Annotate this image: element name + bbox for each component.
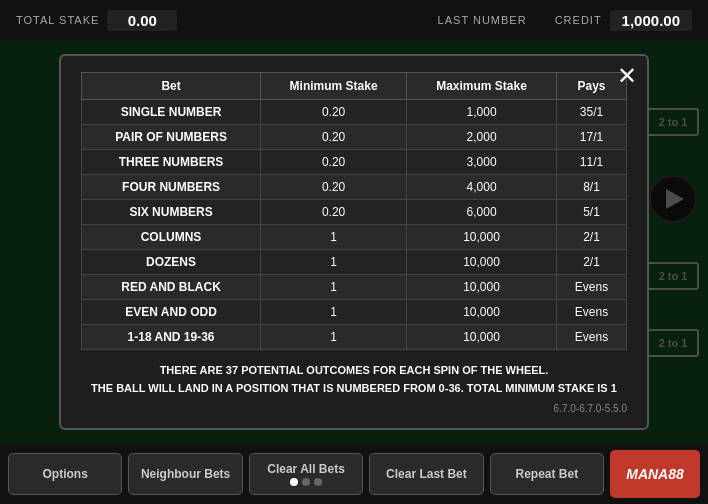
table-cell-2-1: 0.20 bbox=[261, 149, 407, 174]
table-row: RED AND BLACK110,000Evens bbox=[82, 274, 627, 299]
table-cell-7-3: Evens bbox=[556, 274, 626, 299]
table-cell-5-2: 10,000 bbox=[407, 224, 557, 249]
total-stake-section: TOTAL STAKE 0.00 bbox=[16, 10, 177, 31]
bottom-bar: Options Neighbour Bets Clear All Bets Cl… bbox=[0, 444, 708, 504]
bet-info-table: Bet Minimum Stake Maximum Stake Pays SIN… bbox=[81, 72, 627, 350]
clear-all-bets-label: Clear All Bets bbox=[267, 462, 345, 476]
dot-3 bbox=[314, 478, 322, 486]
table-row: SIX NUMBERS0.206,0005/1 bbox=[82, 199, 627, 224]
table-cell-1-3: 17/1 bbox=[556, 124, 626, 149]
table-header-row: Bet Minimum Stake Maximum Stake Pays bbox=[82, 72, 627, 99]
table-cell-5-3: 2/1 bbox=[556, 224, 626, 249]
table-cell-8-3: Evens bbox=[556, 299, 626, 324]
table-cell-7-0: RED AND BLACK bbox=[82, 274, 261, 299]
table-cell-1-1: 0.20 bbox=[261, 124, 407, 149]
dot-1 bbox=[290, 478, 298, 486]
table-cell-6-3: 2/1 bbox=[556, 249, 626, 274]
clear-last-bet-label: Clear Last Bet bbox=[386, 467, 467, 481]
logo-text: MANA88 bbox=[626, 466, 684, 482]
table-row: THREE NUMBERS0.203,00011/1 bbox=[82, 149, 627, 174]
table-cell-8-1: 1 bbox=[261, 299, 407, 324]
table-cell-4-2: 6,000 bbox=[407, 199, 557, 224]
neighbour-bets-button[interactable]: Neighbour Bets bbox=[128, 453, 242, 495]
table-cell-9-3: Evens bbox=[556, 324, 626, 349]
neighbour-bets-label: Neighbour Bets bbox=[141, 467, 230, 481]
repeat-bet-button[interactable]: Repeat Bet bbox=[490, 453, 604, 495]
logo-area: MANA88 bbox=[610, 450, 700, 498]
table-cell-3-3: 8/1 bbox=[556, 174, 626, 199]
credit-section: LAST NUMBER CREDIT 1,000.00 bbox=[438, 10, 692, 31]
table-cell-8-2: 10,000 bbox=[407, 299, 557, 324]
table-cell-3-2: 4,000 bbox=[407, 174, 557, 199]
repeat-bet-label: Repeat Bet bbox=[515, 467, 578, 481]
table-cell-1-2: 2,000 bbox=[407, 124, 557, 149]
modal-close-button[interactable]: ✕ bbox=[617, 64, 637, 88]
total-stake-value: 0.00 bbox=[107, 10, 177, 31]
table-cell-2-2: 3,000 bbox=[407, 149, 557, 174]
last-number-label: LAST NUMBER bbox=[438, 14, 527, 26]
table-cell-3-1: 0.20 bbox=[261, 174, 407, 199]
table-cell-4-0: SIX NUMBERS bbox=[82, 199, 261, 224]
clear-last-bet-button[interactable]: Clear Last Bet bbox=[369, 453, 483, 495]
total-stake-label: TOTAL STAKE bbox=[16, 14, 99, 26]
modal-overlay: ✕ Bet Minimum Stake Maximum Stake Pays S… bbox=[0, 40, 708, 444]
col-header-bet: Bet bbox=[82, 72, 261, 99]
table-row: SINGLE NUMBER0.201,00035/1 bbox=[82, 99, 627, 124]
version-text: 6.7.0-6.7.0-5.5.0 bbox=[81, 403, 627, 414]
table-row: COLUMNS110,0002/1 bbox=[82, 224, 627, 249]
options-label: Options bbox=[43, 467, 88, 481]
clear-all-bets-content: Clear All Bets bbox=[267, 462, 345, 486]
table-cell-0-1: 0.20 bbox=[261, 99, 407, 124]
table-row: 1-18 AND 19-36110,000Evens bbox=[82, 324, 627, 349]
modal-footer: THERE ARE 37 POTENTIAL OUTCOMES FOR EACH… bbox=[81, 362, 627, 397]
table-cell-2-0: THREE NUMBERS bbox=[82, 149, 261, 174]
table-cell-9-1: 1 bbox=[261, 324, 407, 349]
table-cell-5-1: 1 bbox=[261, 224, 407, 249]
dot-row bbox=[267, 478, 345, 486]
table-cell-2-3: 11/1 bbox=[556, 149, 626, 174]
table-cell-9-0: 1-18 AND 19-36 bbox=[82, 324, 261, 349]
table-cell-0-0: SINGLE NUMBER bbox=[82, 99, 261, 124]
info-modal: ✕ Bet Minimum Stake Maximum Stake Pays S… bbox=[59, 54, 649, 430]
table-cell-0-3: 35/1 bbox=[556, 99, 626, 124]
clear-all-bets-button[interactable]: Clear All Bets bbox=[249, 453, 363, 495]
table-row: EVEN AND ODD110,000Evens bbox=[82, 299, 627, 324]
top-bar: TOTAL STAKE 0.00 LAST NUMBER CREDIT 1,00… bbox=[0, 0, 708, 40]
footer-line1: THERE ARE 37 POTENTIAL OUTCOMES FOR EACH… bbox=[81, 362, 627, 380]
table-cell-6-1: 1 bbox=[261, 249, 407, 274]
footer-line2: THE BALL WILL LAND IN A POSITION THAT IS… bbox=[81, 380, 627, 398]
table-cell-9-2: 10,000 bbox=[407, 324, 557, 349]
table-cell-3-0: FOUR NUMBERS bbox=[82, 174, 261, 199]
dot-2 bbox=[302, 478, 310, 486]
table-cell-4-1: 0.20 bbox=[261, 199, 407, 224]
table-cell-5-0: COLUMNS bbox=[82, 224, 261, 249]
col-header-pays: Pays bbox=[556, 72, 626, 99]
table-cell-7-1: 1 bbox=[261, 274, 407, 299]
table-cell-6-0: DOZENS bbox=[82, 249, 261, 274]
table-cell-1-0: PAIR OF NUMBERS bbox=[82, 124, 261, 149]
credit-value: 1,000.00 bbox=[610, 10, 692, 31]
table-row: DOZENS110,0002/1 bbox=[82, 249, 627, 274]
table-row: PAIR OF NUMBERS0.202,00017/1 bbox=[82, 124, 627, 149]
table-cell-8-0: EVEN AND ODD bbox=[82, 299, 261, 324]
credit-label: CREDIT bbox=[555, 14, 602, 26]
col-header-max-stake: Maximum Stake bbox=[407, 72, 557, 99]
table-cell-6-2: 10,000 bbox=[407, 249, 557, 274]
table-cell-7-2: 10,000 bbox=[407, 274, 557, 299]
options-button[interactable]: Options bbox=[8, 453, 122, 495]
col-header-min-stake: Minimum Stake bbox=[261, 72, 407, 99]
neighbour-bets-content: Neighbour Bets bbox=[141, 467, 230, 481]
table-cell-4-3: 5/1 bbox=[556, 199, 626, 224]
table-cell-0-2: 1,000 bbox=[407, 99, 557, 124]
table-row: FOUR NUMBERS0.204,0008/1 bbox=[82, 174, 627, 199]
